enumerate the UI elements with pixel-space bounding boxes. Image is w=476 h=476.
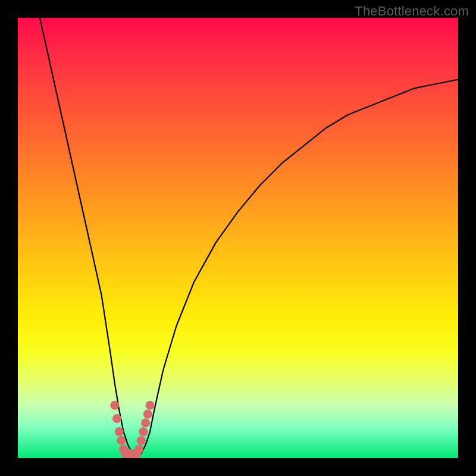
marker-dot bbox=[146, 401, 155, 410]
marker-dot bbox=[141, 418, 150, 427]
marker-dot bbox=[112, 414, 121, 423]
marker-dot bbox=[137, 436, 146, 445]
low-bottleneck-markers bbox=[110, 401, 154, 458]
plot-area bbox=[18, 18, 458, 458]
marker-dot bbox=[115, 427, 124, 436]
marker-dot bbox=[143, 410, 152, 419]
chart-container: TheBottleneck.com bbox=[0, 0, 476, 476]
curve-svg bbox=[18, 18, 458, 458]
marker-dot bbox=[139, 427, 148, 436]
marker-dot bbox=[110, 401, 119, 410]
bottleneck-curve-line bbox=[40, 18, 458, 454]
watermark-text: TheBottleneck.com bbox=[355, 4, 469, 19]
marker-dot bbox=[134, 445, 143, 454]
marker-dot bbox=[117, 436, 126, 445]
